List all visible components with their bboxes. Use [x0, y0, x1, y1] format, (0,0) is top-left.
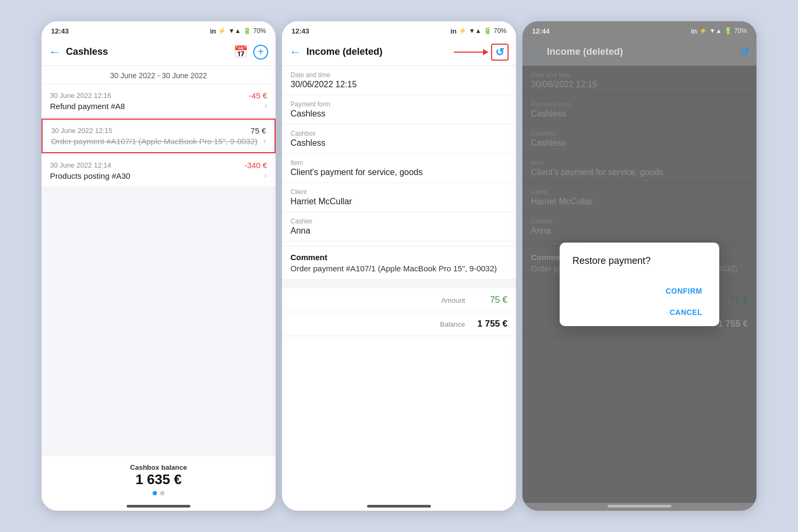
- cashbox-amount: 1 635 €: [41, 471, 276, 488]
- status-icons-3: in ⚡ ▼▲ 🔋 70%: [691, 27, 747, 35]
- transaction-top-2: 30 June 2022 12:15 75 €: [51, 126, 266, 135]
- home-indicator-3: [608, 505, 671, 508]
- trans-amount-2: 75 €: [251, 126, 266, 135]
- date-range: 30 June 2022 - 30 June 2022: [41, 66, 276, 85]
- dot-active: [153, 491, 157, 495]
- transactions-list: 30 June 2022 - 30 June 2022 30 June 2022…: [41, 66, 276, 455]
- chevron-icon-2: ›: [263, 136, 266, 146]
- transaction-item-3[interactable]: 30 June 2022 12:14 -340 € Products posti…: [41, 154, 276, 187]
- screen2-frame: 12:43 in ⚡ ▼▲ 🔋 70% ← Income (deleted) ↺…: [282, 21, 516, 511]
- screen3-body: Date and time 30/06/2022 12:15 Payment f…: [522, 66, 757, 503]
- page-title-3: Income (deleted): [547, 46, 740, 57]
- status-bar-1: 12:43 in ⚡ ▼▲ 🔋 70%: [41, 21, 276, 38]
- cancel-button[interactable]: CANCEL: [666, 303, 706, 322]
- restore-button[interactable]: ↺: [491, 44, 509, 61]
- home-indicator-1: [127, 505, 190, 508]
- time-2: 12:43: [292, 27, 309, 35]
- cashbox-footer: Cashbox balance 1 635 €: [41, 455, 276, 503]
- back-button-3[interactable]: ←: [530, 45, 542, 59]
- back-button-2[interactable]: ←: [289, 45, 301, 59]
- trans-desc-3: Products posting #A30 ›: [50, 171, 267, 180]
- restore-arrow-indicator: [454, 49, 488, 55]
- back-button-1[interactable]: ←: [49, 45, 61, 59]
- arrow-head: [483, 49, 488, 55]
- field-label-item: Item: [290, 159, 508, 167]
- battery-pct-3: 70%: [734, 27, 747, 35]
- transaction-top-1: 30 June 2022 12:16 -45 €: [50, 91, 267, 100]
- toolbar-actions-1: 📅 +: [234, 45, 268, 60]
- chevron-icon-1: ›: [264, 101, 267, 111]
- trans-desc-1: Refund payment #A8 ›: [50, 101, 267, 111]
- time-1: 12:43: [51, 27, 69, 35]
- field-item: Item Client's payment for service, goods: [282, 154, 516, 183]
- status-icons-2: in ⚡ ▼▲ 🔋 70%: [451, 27, 506, 35]
- amount-row: Amount 75 €: [282, 288, 516, 312]
- restore-icon-3[interactable]: ↺: [740, 46, 749, 59]
- home-indicator-2: [367, 505, 431, 508]
- field-payment-form: Payment form Cashless: [282, 95, 516, 124]
- spacer: [282, 280, 516, 288]
- field-label-client: Client: [290, 188, 508, 196]
- top-bar-3: ← Income (deleted) ↺: [522, 38, 757, 66]
- dialog-actions: CONFIRM CANCEL: [572, 281, 706, 322]
- time-3: 12:44: [532, 27, 550, 35]
- status-bar-2: 12:43 in ⚡ ▼▲ 🔋 70%: [282, 21, 516, 38]
- trans-date-1: 30 June 2022 12:16: [50, 92, 111, 99]
- battery-pct-1: 70%: [253, 27, 266, 35]
- trans-date-3: 30 June 2022 12:14: [50, 161, 111, 169]
- field-date: Date and time 30/06/2022 12:15: [282, 66, 516, 95]
- field-cashier: Cashier Anna: [282, 212, 516, 242]
- screen3-frame: 12:44 in ⚡ ▼▲ 🔋 70% ← Income (deleted) ↺…: [522, 21, 757, 511]
- field-label-cashier: Cashier: [290, 218, 508, 225]
- trans-date-2: 30 June 2022 12:15: [51, 127, 112, 135]
- transaction-item-1[interactable]: 30 June 2022 12:16 -45 € Refund payment …: [41, 85, 276, 118]
- transaction-top-3: 30 June 2022 12:14 -340 €: [50, 161, 267, 170]
- signal-icon-3: ⚡: [699, 27, 707, 35]
- field-value-payment: Cashless: [290, 109, 508, 119]
- page-title-1: Cashless: [66, 46, 234, 57]
- comment-label: Comment: [290, 253, 508, 262]
- dialog-title: Restore payment?: [572, 255, 706, 267]
- field-value-client: Harriet McCullar: [290, 197, 508, 206]
- linkedin-icon-2: in: [451, 27, 457, 35]
- battery-icon: 🔋: [243, 27, 251, 35]
- balance-label: Balance: [290, 320, 465, 328]
- status-bar-3: 12:44 in ⚡ ▼▲ 🔋 70%: [522, 21, 757, 38]
- comment-text: Order payment #A107/1 (Apple MacBook Pro…: [290, 264, 508, 273]
- wifi-icon-3: ▼▲: [709, 27, 722, 35]
- wifi-icon-2: ▼▲: [469, 27, 481, 35]
- transaction-item-2[interactable]: 30 June 2022 12:15 75 € Order payment #A…: [41, 119, 276, 153]
- top-bar-1: ← Cashless 📅 +: [41, 38, 276, 66]
- battery-icon-3: 🔋: [724, 27, 732, 35]
- status-icons-1: in ⚡ ▼▲ 🔋 70%: [210, 27, 266, 35]
- field-client: Client Harriet McCullar: [282, 183, 516, 212]
- chevron-icon-3: ›: [264, 171, 267, 180]
- screen1-frame: 12:43 in ⚡ ▼▲ 🔋 70% ← Cashless 📅 + 30 Ju…: [41, 21, 276, 511]
- comment-section: Comment Order payment #A107/1 (Apple Mac…: [282, 246, 516, 280]
- trans-amount-3: -340 €: [244, 161, 267, 170]
- amount-label: Amount: [290, 296, 465, 304]
- detail-content-2: Date and time 30/06/2022 12:15 Payment f…: [282, 66, 516, 503]
- add-icon[interactable]: +: [253, 45, 268, 60]
- field-value-item: Client's payment for service, goods: [290, 168, 508, 177]
- field-value-date: 30/06/2022 12:15: [290, 80, 508, 89]
- pagination-dots: [41, 488, 276, 497]
- field-label-cashbox: Cashbox: [290, 130, 508, 137]
- restore-dialog: Restore payment? CONFIRM CANCEL: [560, 243, 719, 326]
- linkedin-icon-3: in: [691, 27, 697, 35]
- cashbox-label: Cashbox balance: [41, 463, 276, 471]
- confirm-button[interactable]: CONFIRM: [661, 281, 706, 301]
- toolbar-actions-2: ↺: [491, 44, 509, 61]
- field-value-cashier: Anna: [290, 226, 508, 236]
- restore-icon[interactable]: ↺: [495, 46, 504, 59]
- linkedin-icon: in: [210, 27, 217, 35]
- balance-value: 1 755 €: [465, 319, 508, 329]
- battery-icon-2: 🔋: [484, 27, 492, 35]
- toolbar-actions-3: ↺: [740, 46, 749, 59]
- trans-amount-1: -45 €: [249, 91, 267, 100]
- wifi-icon: ▼▲: [228, 27, 241, 35]
- dot-inactive: [160, 491, 164, 495]
- signal-icon: ⚡: [218, 27, 226, 35]
- arrow-line: [454, 52, 483, 53]
- calendar-icon[interactable]: 📅: [234, 45, 248, 59]
